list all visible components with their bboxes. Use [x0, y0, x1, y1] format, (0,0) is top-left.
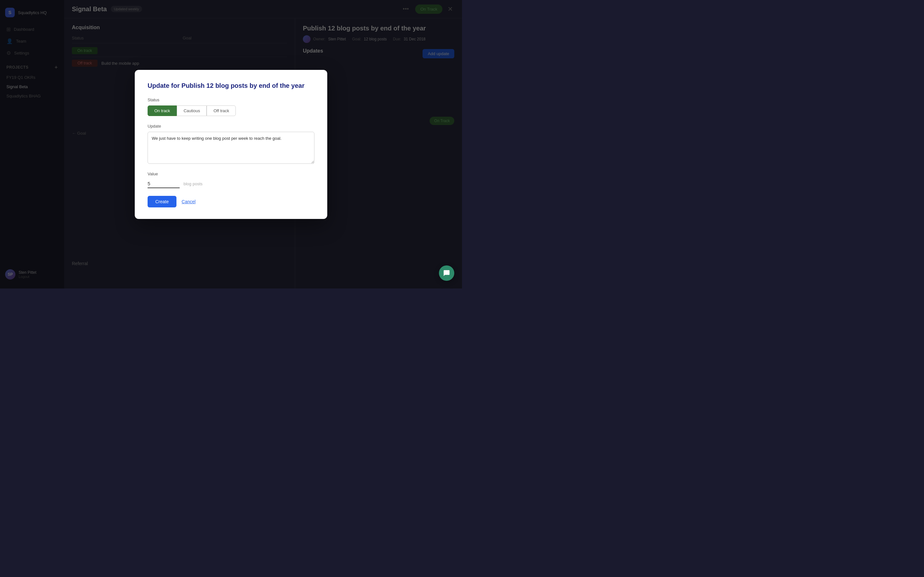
- value-input-row: blog posts: [148, 179, 314, 188]
- status-button-group: On track Cautious Off track: [148, 105, 314, 116]
- modal-title: Update for Publish 12 blog posts by end …: [148, 81, 314, 90]
- chat-icon: [443, 269, 450, 277]
- value-label: Value: [148, 171, 314, 176]
- value-unit: blog posts: [184, 181, 202, 186]
- update-modal: Update for Publish 12 blog posts by end …: [135, 70, 327, 219]
- status-cautious-btn[interactable]: Cautious: [177, 105, 207, 116]
- value-input[interactable]: [148, 179, 180, 188]
- create-btn[interactable]: Create: [148, 196, 176, 207]
- modal-actions: Create Cancel: [148, 196, 314, 207]
- update-label: Update: [148, 124, 314, 129]
- value-section: Value blog posts: [148, 171, 314, 188]
- status-off-track-btn[interactable]: Off track: [207, 105, 236, 116]
- status-label: Status: [148, 97, 314, 102]
- modal-overlay: Update for Publish 12 blog posts by end …: [0, 0, 462, 288]
- update-textarea[interactable]: We just have to keep writing one blog po…: [148, 132, 314, 164]
- status-on-track-btn[interactable]: On track: [148, 105, 177, 116]
- cancel-btn[interactable]: Cancel: [182, 199, 196, 204]
- chat-fab[interactable]: [439, 266, 454, 281]
